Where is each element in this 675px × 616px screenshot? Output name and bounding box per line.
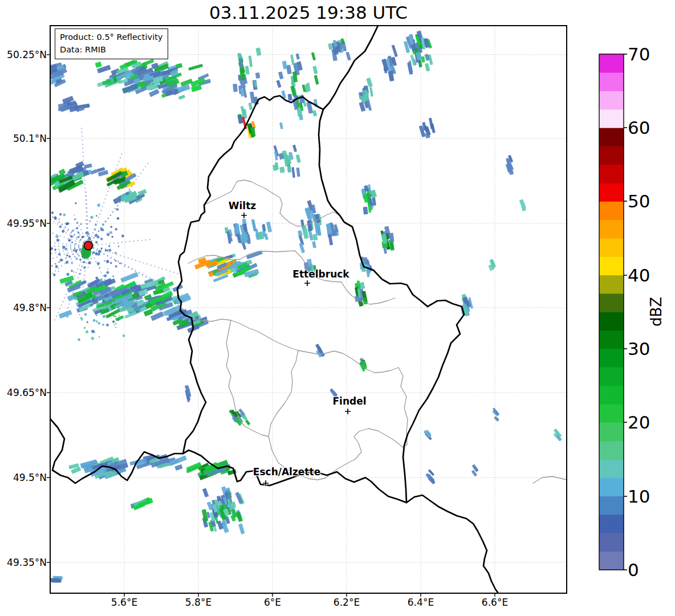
- city-label: Wiltz: [229, 200, 256, 211]
- city-label: Esch/Alzette: [253, 466, 320, 478]
- data-source-line: Data: RMIB: [60, 43, 162, 56]
- product-info-box: Product: 0.5° Reflectivity Data: RMIB: [55, 28, 168, 59]
- colorbar-unit-label: dBZ: [648, 297, 665, 327]
- colorbar-tick-label: 40: [628, 264, 673, 287]
- x-tick-label: 6.4°E: [395, 597, 446, 608]
- y-tick-label: 49.65°N: [0, 386, 47, 399]
- colorbar-tick-label: 70: [628, 43, 673, 66]
- y-tick-label: 50.1°N: [0, 132, 47, 145]
- colorbar-tick-label: 50: [628, 190, 673, 213]
- x-tick-label: 5.6°E: [99, 597, 150, 608]
- y-tick-label: 49.95°N: [0, 217, 47, 230]
- colorbar-tick-label: 20: [628, 411, 673, 434]
- colorbar-tick-label: 30: [628, 337, 673, 360]
- radar-map-canvas: [0, 0, 675, 616]
- city-label: Findel: [332, 395, 366, 407]
- colorbar: [599, 54, 627, 570]
- y-tick-label: 50.25°N: [0, 48, 47, 61]
- lat-lon-gridlines: [47, 26, 567, 597]
- radar-echo-cells: [41, 30, 562, 582]
- colorbar-tick-label: 10: [628, 485, 673, 508]
- x-tick-label: 6.6°E: [469, 597, 521, 608]
- radar-map-app: 03.11.2025 19:38 UTC Product: 0.5° Refle…: [0, 0, 675, 616]
- y-tick-label: 49.5°N: [0, 471, 47, 484]
- x-tick-label: 6.2°E: [321, 597, 372, 608]
- x-tick-label: 5.8°E: [173, 597, 224, 608]
- colorbar-tick-label: 0: [628, 558, 673, 581]
- colorbar-tick-label: 60: [628, 116, 673, 139]
- x-tick-label: 6°E: [247, 597, 298, 608]
- city-label: Ettelbruck: [292, 268, 349, 280]
- product-line: Product: 0.5° Reflectivity: [60, 31, 162, 43]
- y-tick-label: 49.8°N: [0, 301, 47, 314]
- y-tick-label: 49.35°N: [0, 556, 47, 569]
